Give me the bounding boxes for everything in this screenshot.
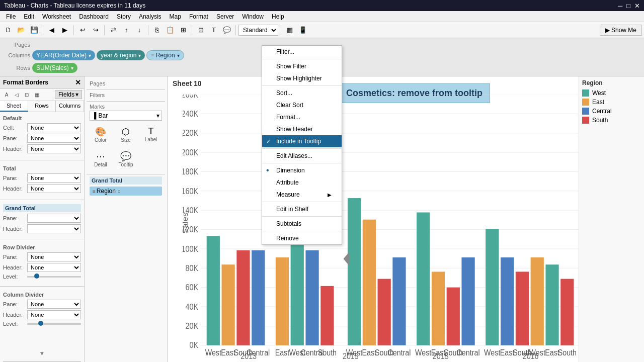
cd-level-row: Level: [3,321,81,327]
header-select-gt[interactable] [27,224,81,233]
marks-color-btn[interactable]: 🎨 Color [90,124,112,145]
ctx-show-highlighter[interactable]: Show Highlighter [262,72,342,84]
menu-edit[interactable]: Edit [20,12,38,21]
marks-type-dropdown[interactable]: ▾ [156,112,159,119]
menu-map[interactable]: Map [166,12,185,21]
region-pill-wrapper[interactable]: ≡ Region ↕ [90,187,162,196]
pane-select-total[interactable]: None [27,173,81,183]
menu-analysis[interactable]: Analysis [135,12,166,21]
menu-file[interactable]: File [2,12,20,21]
fields-label: Fields [58,91,74,98]
close-btn[interactable]: ✕ [634,2,640,10]
header-select-total[interactable]: None [27,184,81,193]
legend-west[interactable]: West [582,89,641,97]
menu-format[interactable]: Format [185,12,212,21]
tab-rows[interactable]: Rows [28,101,56,112]
toolbar-device[interactable]: 📱 [297,24,309,36]
column-pill-region[interactable]: ≡ Region ▾ [146,50,184,60]
toolbar-copy[interactable]: ⎘ [151,24,163,36]
sum-sales-dropdown[interactable]: ▾ [71,65,73,71]
header-select-default[interactable]: None [27,144,81,153]
ctx-dimension[interactable]: • Dimension [262,164,342,176]
menu-server[interactable]: Server [212,12,238,21]
toolbar-sort-asc[interactable]: ↑ [120,24,132,36]
ctx-format[interactable]: Format... [262,111,342,123]
show-me-button[interactable]: ▶ Show Me [600,25,642,36]
toolbar-group[interactable]: ⊞ [177,24,189,36]
restore-btn[interactable]: □ [626,2,630,10]
menu-dashboard[interactable]: Dashboard [75,12,113,21]
pi-shade[interactable]: ▦ [32,90,41,99]
ctx-subtotals[interactable]: Subtotals [262,218,342,230]
standard-select[interactable]: Standard [238,25,278,36]
ctx-show-header[interactable]: Show Header [262,123,342,135]
tab-sheet[interactable]: Sheet [0,101,28,112]
toolbar-label[interactable]: T [208,24,220,36]
region-dropdown[interactable]: ▾ [177,53,180,58]
pane-select-gt[interactable] [27,214,81,223]
toolbar-back[interactable]: ◀ [46,24,58,36]
toolbar-present[interactable]: ▦ [284,24,296,36]
toolbar-redo[interactable]: ↪ [90,24,102,36]
toolbar-undo[interactable]: ↩ [76,24,89,36]
toolbar-sort-desc[interactable]: ↓ [133,24,145,36]
pi-align-left[interactable]: ◁ [12,90,21,99]
ctx-clear-sort[interactable]: Clear Sort [262,99,342,111]
svg-text:West: West [205,348,222,357]
marks-tooltip-btn[interactable]: 💬 Tooltip [115,148,137,170]
pane-select-cd[interactable]: None [27,300,81,309]
ctx-include-tooltip[interactable]: ✓ Include in Tooltip [262,135,342,147]
header-select-cd[interactable]: None [27,310,81,319]
legend-central[interactable]: Central [582,108,641,115]
minimize-btn[interactable]: ─ [618,2,622,10]
toolbar-forward[interactable]: ▶ [59,24,71,36]
ctx-measure[interactable]: Measure ▶ [262,189,342,201]
toolbar-fit[interactable]: ⊡ [195,24,207,36]
toolbar-open[interactable]: 📂 [15,24,27,36]
level-slider-cd[interactable] [27,321,81,326]
year-region-dropdown[interactable]: ▾ [138,53,141,58]
menu-help[interactable]: Help [268,12,288,21]
marks-size-btn[interactable]: ⬡ Size [115,124,137,145]
scroll-down[interactable]: ▼ [0,349,84,358]
pi-border[interactable]: ⊡ [22,90,31,99]
pi-text[interactable]: A [2,90,11,99]
toolbar-new[interactable]: 🗋 [2,24,14,36]
rows-pill-sales[interactable]: SUM(Sales) ▾ [32,63,77,73]
legend-south[interactable]: South [582,117,641,124]
toolbar-paste[interactable]: 📋 [164,24,176,36]
ctx-edit-in-shelf[interactable]: Edit in Shelf [262,203,342,215]
cell-select[interactable]: None [27,123,81,132]
fields-button[interactable]: Fields ▾ [55,90,82,99]
ctx-sort[interactable]: Sort... [262,87,342,99]
pane-select-default[interactable]: None [27,134,81,143]
toolbar-swap[interactable]: ⇄ [107,24,119,36]
level-thumb-cd[interactable] [38,321,43,326]
toolbar-tooltip[interactable]: 💬 [221,24,233,36]
ctx-edit-aliases[interactable]: Edit Aliases... [262,150,342,162]
column-pill-year-order-date[interactable]: YEAR(Order Date) ▾ [32,50,95,60]
marks-type-select[interactable]: ▐ Bar ▾ [90,111,162,121]
level-slider-rd[interactable] [27,274,81,279]
region-pill-sort[interactable]: ↕ [118,189,120,194]
column-pill-year-region[interactable]: year & region ▾ [97,50,145,60]
tab-columns[interactable]: Columns [56,101,84,112]
ctx-attribute[interactable]: Attribute [262,176,342,189]
marks-label-btn[interactable]: T Label [140,124,162,145]
ctx-filter[interactable]: Filter... [262,46,342,58]
year-order-date-dropdown[interactable]: ▾ [89,53,91,58]
header-select-rd[interactable]: None [27,263,81,272]
toolbar-save[interactable]: 💾 [28,24,40,36]
level-thumb-rd[interactable] [34,274,39,279]
ctx-show-filter[interactable]: Show Filter [262,60,342,72]
legend-east[interactable]: East [582,99,641,106]
marks-detail-btn[interactable]: ⋯ Detail [90,148,112,170]
menu-window[interactable]: Window [238,12,268,21]
fields-dropdown-icon[interactable]: ▾ [75,91,78,98]
menu-story[interactable]: Story [113,12,135,21]
menu-bar: File Edit Worksheet Dashboard Story Anal… [0,11,644,22]
menu-worksheet[interactable]: Worksheet [38,12,75,21]
format-panel-close[interactable]: ✕ [75,78,81,86]
pane-select-rd[interactable]: None [27,252,81,261]
ctx-remove[interactable]: Remove [262,232,342,244]
